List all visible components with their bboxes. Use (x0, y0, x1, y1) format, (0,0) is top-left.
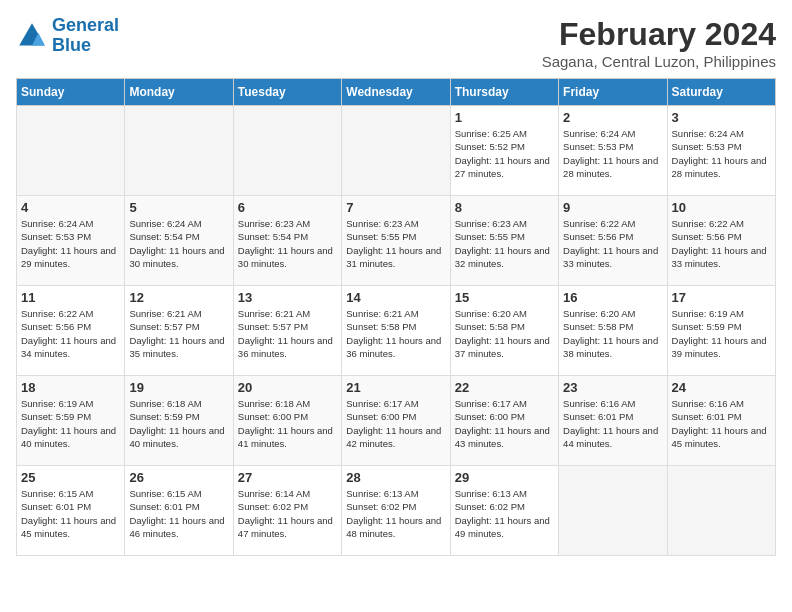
day-info: Sunrise: 6:24 AMSunset: 5:53 PMDaylight:… (563, 127, 662, 180)
day-info: Sunrise: 6:20 AMSunset: 5:58 PMDaylight:… (455, 307, 554, 360)
day-number: 23 (563, 380, 662, 395)
day-info: Sunrise: 6:21 AMSunset: 5:57 PMDaylight:… (238, 307, 337, 360)
title-area: February 2024 Sagana, Central Luzon, Phi… (542, 16, 776, 70)
day-number: 12 (129, 290, 228, 305)
day-number: 9 (563, 200, 662, 215)
day-info: Sunrise: 6:16 AMSunset: 6:01 PMDaylight:… (672, 397, 771, 450)
calendar-cell (17, 106, 125, 196)
day-info: Sunrise: 6:18 AMSunset: 6:00 PMDaylight:… (238, 397, 337, 450)
header: General Blue February 2024 Sagana, Centr… (16, 16, 776, 70)
calendar-cell: 9Sunrise: 6:22 AMSunset: 5:56 PMDaylight… (559, 196, 667, 286)
day-number: 24 (672, 380, 771, 395)
day-info: Sunrise: 6:24 AMSunset: 5:53 PMDaylight:… (21, 217, 120, 270)
calendar-cell: 25Sunrise: 6:15 AMSunset: 6:01 PMDayligh… (17, 466, 125, 556)
logo: General Blue (16, 16, 119, 56)
calendar-cell: 20Sunrise: 6:18 AMSunset: 6:00 PMDayligh… (233, 376, 341, 466)
calendar-cell: 1Sunrise: 6:25 AMSunset: 5:52 PMDaylight… (450, 106, 558, 196)
day-number: 3 (672, 110, 771, 125)
day-number: 10 (672, 200, 771, 215)
calendar-week-1: 4Sunrise: 6:24 AMSunset: 5:53 PMDaylight… (17, 196, 776, 286)
day-number: 7 (346, 200, 445, 215)
day-info: Sunrise: 6:14 AMSunset: 6:02 PMDaylight:… (238, 487, 337, 540)
day-info: Sunrise: 6:24 AMSunset: 5:54 PMDaylight:… (129, 217, 228, 270)
day-info: Sunrise: 6:22 AMSunset: 5:56 PMDaylight:… (672, 217, 771, 270)
day-info: Sunrise: 6:23 AMSunset: 5:55 PMDaylight:… (346, 217, 445, 270)
column-header-saturday: Saturday (667, 79, 775, 106)
calendar-cell: 5Sunrise: 6:24 AMSunset: 5:54 PMDaylight… (125, 196, 233, 286)
day-number: 1 (455, 110, 554, 125)
calendar-cell: 17Sunrise: 6:19 AMSunset: 5:59 PMDayligh… (667, 286, 775, 376)
day-number: 6 (238, 200, 337, 215)
calendar-cell: 15Sunrise: 6:20 AMSunset: 5:58 PMDayligh… (450, 286, 558, 376)
calendar-cell (342, 106, 450, 196)
calendar-cell: 11Sunrise: 6:22 AMSunset: 5:56 PMDayligh… (17, 286, 125, 376)
calendar-cell: 14Sunrise: 6:21 AMSunset: 5:58 PMDayligh… (342, 286, 450, 376)
day-number: 26 (129, 470, 228, 485)
day-info: Sunrise: 6:13 AMSunset: 6:02 PMDaylight:… (346, 487, 445, 540)
day-number: 29 (455, 470, 554, 485)
day-info: Sunrise: 6:24 AMSunset: 5:53 PMDaylight:… (672, 127, 771, 180)
day-info: Sunrise: 6:19 AMSunset: 5:59 PMDaylight:… (21, 397, 120, 450)
calendar-cell (667, 466, 775, 556)
day-number: 5 (129, 200, 228, 215)
day-number: 16 (563, 290, 662, 305)
day-number: 28 (346, 470, 445, 485)
day-info: Sunrise: 6:25 AMSunset: 5:52 PMDaylight:… (455, 127, 554, 180)
calendar-week-4: 25Sunrise: 6:15 AMSunset: 6:01 PMDayligh… (17, 466, 776, 556)
day-info: Sunrise: 6:17 AMSunset: 6:00 PMDaylight:… (455, 397, 554, 450)
calendar-cell: 13Sunrise: 6:21 AMSunset: 5:57 PMDayligh… (233, 286, 341, 376)
calendar-cell: 21Sunrise: 6:17 AMSunset: 6:00 PMDayligh… (342, 376, 450, 466)
day-number: 4 (21, 200, 120, 215)
day-number: 25 (21, 470, 120, 485)
logo-icon (16, 20, 48, 52)
column-header-wednesday: Wednesday (342, 79, 450, 106)
column-header-friday: Friday (559, 79, 667, 106)
calendar-cell (559, 466, 667, 556)
calendar-week-0: 1Sunrise: 6:25 AMSunset: 5:52 PMDaylight… (17, 106, 776, 196)
calendar-cell: 3Sunrise: 6:24 AMSunset: 5:53 PMDaylight… (667, 106, 775, 196)
calendar-cell: 29Sunrise: 6:13 AMSunset: 6:02 PMDayligh… (450, 466, 558, 556)
calendar-cell (125, 106, 233, 196)
column-header-tuesday: Tuesday (233, 79, 341, 106)
day-number: 14 (346, 290, 445, 305)
calendar-body: 1Sunrise: 6:25 AMSunset: 5:52 PMDaylight… (17, 106, 776, 556)
logo-line1: General (52, 15, 119, 35)
day-number: 15 (455, 290, 554, 305)
calendar-cell: 28Sunrise: 6:13 AMSunset: 6:02 PMDayligh… (342, 466, 450, 556)
logo-line2: Blue (52, 35, 91, 55)
day-info: Sunrise: 6:17 AMSunset: 6:00 PMDaylight:… (346, 397, 445, 450)
day-info: Sunrise: 6:15 AMSunset: 6:01 PMDaylight:… (21, 487, 120, 540)
location: Sagana, Central Luzon, Philippines (542, 53, 776, 70)
day-number: 21 (346, 380, 445, 395)
column-header-monday: Monday (125, 79, 233, 106)
calendar-week-2: 11Sunrise: 6:22 AMSunset: 5:56 PMDayligh… (17, 286, 776, 376)
calendar-cell: 16Sunrise: 6:20 AMSunset: 5:58 PMDayligh… (559, 286, 667, 376)
calendar-week-3: 18Sunrise: 6:19 AMSunset: 5:59 PMDayligh… (17, 376, 776, 466)
day-number: 11 (21, 290, 120, 305)
calendar-cell: 6Sunrise: 6:23 AMSunset: 5:54 PMDaylight… (233, 196, 341, 286)
day-info: Sunrise: 6:18 AMSunset: 5:59 PMDaylight:… (129, 397, 228, 450)
day-info: Sunrise: 6:13 AMSunset: 6:02 PMDaylight:… (455, 487, 554, 540)
day-number: 19 (129, 380, 228, 395)
calendar-cell: 2Sunrise: 6:24 AMSunset: 5:53 PMDaylight… (559, 106, 667, 196)
calendar-cell: 7Sunrise: 6:23 AMSunset: 5:55 PMDaylight… (342, 196, 450, 286)
day-info: Sunrise: 6:23 AMSunset: 5:54 PMDaylight:… (238, 217, 337, 270)
day-info: Sunrise: 6:15 AMSunset: 6:01 PMDaylight:… (129, 487, 228, 540)
day-number: 8 (455, 200, 554, 215)
calendar-cell: 27Sunrise: 6:14 AMSunset: 6:02 PMDayligh… (233, 466, 341, 556)
day-number: 2 (563, 110, 662, 125)
day-info: Sunrise: 6:19 AMSunset: 5:59 PMDaylight:… (672, 307, 771, 360)
calendar-cell: 24Sunrise: 6:16 AMSunset: 6:01 PMDayligh… (667, 376, 775, 466)
calendar-cell: 4Sunrise: 6:24 AMSunset: 5:53 PMDaylight… (17, 196, 125, 286)
day-number: 18 (21, 380, 120, 395)
day-info: Sunrise: 6:16 AMSunset: 6:01 PMDaylight:… (563, 397, 662, 450)
calendar-table: SundayMondayTuesdayWednesdayThursdayFrid… (16, 78, 776, 556)
calendar-cell: 23Sunrise: 6:16 AMSunset: 6:01 PMDayligh… (559, 376, 667, 466)
calendar-cell: 18Sunrise: 6:19 AMSunset: 5:59 PMDayligh… (17, 376, 125, 466)
calendar-cell: 8Sunrise: 6:23 AMSunset: 5:55 PMDaylight… (450, 196, 558, 286)
day-info: Sunrise: 6:22 AMSunset: 5:56 PMDaylight:… (563, 217, 662, 270)
day-info: Sunrise: 6:23 AMSunset: 5:55 PMDaylight:… (455, 217, 554, 270)
calendar-cell: 19Sunrise: 6:18 AMSunset: 5:59 PMDayligh… (125, 376, 233, 466)
day-number: 20 (238, 380, 337, 395)
day-number: 13 (238, 290, 337, 305)
